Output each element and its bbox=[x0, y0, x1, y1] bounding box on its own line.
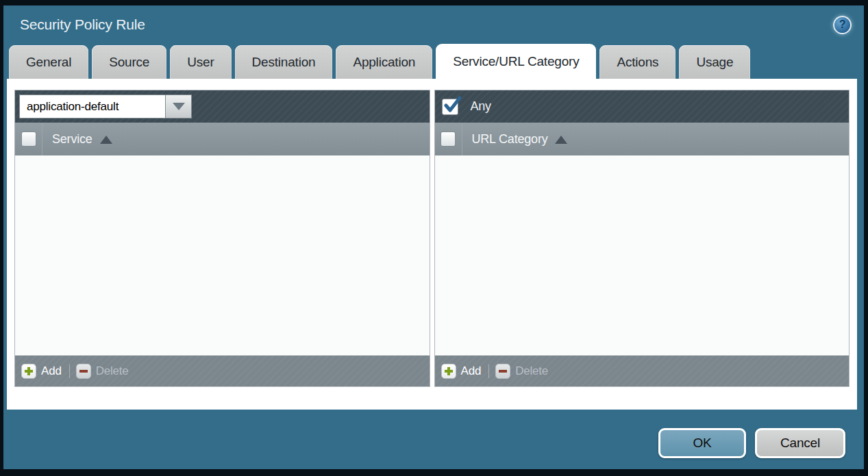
tab-general[interactable]: General bbox=[9, 45, 88, 79]
url-category-column-header[interactable]: URL Category bbox=[472, 132, 568, 147]
tab-service-url-category[interactable]: Service/URL Category bbox=[436, 44, 596, 79]
url-category-any-row: Any bbox=[439, 99, 491, 115]
ok-button[interactable]: OK bbox=[658, 428, 746, 458]
service-type-dropdown-button[interactable] bbox=[166, 95, 192, 118]
tab-application[interactable]: Application bbox=[336, 45, 432, 79]
service-type-dropdown-value[interactable]: application-default bbox=[19, 95, 166, 118]
url-category-panel-toolbar: Any bbox=[435, 90, 850, 123]
service-column-header[interactable]: Service bbox=[52, 132, 112, 147]
dialog-outer-frame: Security Policy Rule ? GeneralSourceUser… bbox=[0, 0, 868, 476]
tab-source[interactable]: Source bbox=[92, 45, 166, 79]
url-category-delete-label: Delete bbox=[515, 364, 548, 378]
url-category-add-label: Add bbox=[461, 364, 482, 378]
service-type-dropdown[interactable]: application-default bbox=[19, 95, 192, 118]
add-icon bbox=[21, 364, 36, 379]
service-select-all-checkbox[interactable] bbox=[21, 131, 36, 147]
dialog-title: Security Policy Rule bbox=[20, 16, 145, 33]
service-delete-button[interactable]: Delete bbox=[76, 364, 129, 379]
chevron-down-icon bbox=[173, 103, 185, 110]
add-icon bbox=[441, 364, 456, 379]
service-panel-toolbar: application-default bbox=[15, 90, 430, 123]
check-icon bbox=[443, 95, 462, 114]
sort-ascending-icon bbox=[100, 136, 112, 144]
tab-bar: GeneralSourceUserDestinationApplicationS… bbox=[3, 44, 864, 79]
delete-icon bbox=[495, 364, 510, 379]
url-category-any-checkbox[interactable] bbox=[442, 99, 458, 115]
url-category-table-header[interactable]: URL Category bbox=[435, 123, 850, 155]
service-add-label: Add bbox=[41, 364, 62, 378]
url-category-select-all-checkbox[interactable] bbox=[441, 131, 456, 147]
help-icon[interactable]: ? bbox=[833, 16, 852, 34]
delete-icon bbox=[76, 364, 91, 379]
cancel-button[interactable]: Cancel bbox=[755, 428, 845, 458]
service-list-body bbox=[15, 155, 430, 355]
url-category-any-label: Any bbox=[471, 99, 491, 114]
url-category-panel-footer: Add Delete bbox=[435, 355, 850, 386]
service-header-check-cell bbox=[15, 123, 42, 155]
toolbar-separator bbox=[69, 364, 70, 378]
url-category-add-button[interactable]: Add bbox=[441, 364, 482, 379]
service-add-button[interactable]: Add bbox=[21, 364, 62, 379]
tab-user[interactable]: User bbox=[170, 45, 231, 79]
dialog-action-bar: OK Cancel bbox=[3, 410, 864, 469]
tab-content-service-url-category: application-default bbox=[7, 79, 857, 410]
url-category-list-body bbox=[435, 155, 850, 355]
sort-ascending-icon bbox=[555, 136, 567, 144]
tab-actions[interactable]: Actions bbox=[599, 45, 675, 79]
service-column-header-label: Service bbox=[52, 132, 92, 147]
url-category-panel: Any URL Category bbox=[434, 90, 850, 387]
service-panel: application-default bbox=[14, 90, 430, 387]
titlebar: Security Policy Rule ? bbox=[3, 5, 864, 44]
tab-usage[interactable]: Usage bbox=[679, 45, 750, 79]
security-policy-rule-dialog: Security Policy Rule ? GeneralSourceUser… bbox=[3, 5, 864, 469]
service-table-header[interactable]: Service bbox=[15, 123, 430, 155]
toolbar-separator bbox=[488, 364, 489, 378]
service-panel-footer: Add Delete bbox=[15, 355, 430, 386]
url-category-column-header-label: URL Category bbox=[472, 132, 548, 147]
url-category-delete-button[interactable]: Delete bbox=[495, 364, 548, 379]
tab-destination[interactable]: Destination bbox=[235, 45, 333, 79]
url-category-header-check-cell bbox=[435, 123, 462, 155]
service-delete-label: Delete bbox=[96, 364, 129, 378]
